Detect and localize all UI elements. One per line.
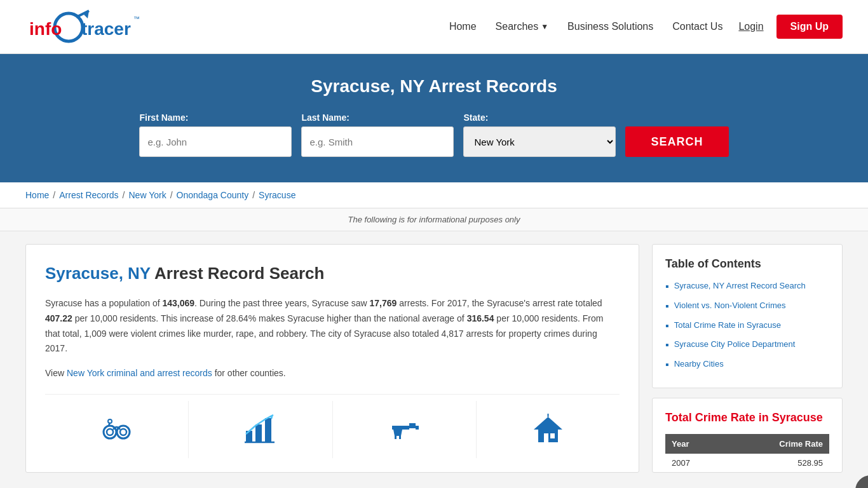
main-nav: Home Searches ▼ Business Solutions Conta… [446, 15, 843, 39]
ny-records-link[interactable]: New York criminal and arrest records [67, 368, 212, 378]
icon-cell-violent [333, 401, 477, 458]
svg-point-12 [108, 419, 112, 423]
svg-point-7 [107, 429, 113, 435]
breadcrumb: Home / Arrest Records / New York / Onond… [0, 182, 868, 208]
nav-login[interactable]: Login [738, 21, 763, 32]
svg-rect-23 [550, 433, 555, 438]
last-name-group: Last Name: [301, 112, 454, 157]
main-content: Syracuse, NY Arrest Record Search Syracu… [0, 231, 868, 485]
first-name-label: First Name: [139, 112, 292, 123]
gun-icon [385, 410, 423, 449]
hero-title: Syracuse, NY Arrest Records [25, 76, 843, 97]
toc-link[interactable]: Syracuse City Police Department [674, 339, 796, 350]
nav-searches[interactable]: Searches ▼ [492, 18, 552, 36]
toc-item: Nearby Cities [665, 358, 829, 372]
svg-point-9 [120, 429, 126, 435]
article-body: Syracuse has a population of 143,069. Du… [45, 296, 620, 356]
logo[interactable]: info tracer ™ [25, 8, 143, 45]
toc-heading: Table of Contents [665, 257, 829, 271]
state-group: State: AlabamaAlaskaArizonaArkansasCalif… [463, 112, 616, 157]
first-name-input[interactable] [139, 126, 292, 157]
article-link-paragraph: View New York criminal and arrest record… [45, 366, 620, 381]
crime-table-row: 2007528.95 [665, 454, 829, 472]
breadcrumb-home[interactable]: Home [25, 190, 49, 200]
state-label: State: [463, 112, 616, 123]
svg-rect-22 [544, 433, 548, 442]
city-link[interactable]: Syracuse, NY [45, 264, 151, 283]
first-name-group: First Name: [139, 112, 292, 157]
toc-link[interactable]: Violent vs. Non-Violent Crimes [674, 300, 786, 311]
svg-rect-18 [395, 436, 397, 439]
svg-marker-20 [534, 417, 562, 430]
toc-link[interactable]: Nearby Cities [674, 358, 724, 370]
nav-business-solutions[interactable]: Business Solutions [564, 18, 656, 36]
crime-rate-cell: 528.95 [724, 454, 829, 472]
svg-rect-14 [255, 424, 262, 442]
info-bar: The following is for informational purpo… [0, 208, 868, 231]
breadcrumb-separator: / [123, 190, 125, 200]
svg-rect-19 [399, 436, 401, 439]
nav-signup-button[interactable]: Sign Up [776, 15, 843, 39]
article-heading: Syracuse, NY Arrest Record Search [45, 264, 620, 283]
icon-cell-rate [189, 401, 332, 458]
breadcrumb-new-york[interactable]: New York [129, 190, 166, 200]
nav-contact-us[interactable]: Contact Us [669, 18, 726, 36]
icon-cell-property [477, 401, 620, 458]
chart-up-icon [241, 410, 280, 449]
site-header: info tracer ™ Home Searches ▼ Business S… [0, 0, 868, 54]
table-header-crime-rate: Crime Rate [724, 434, 829, 454]
handcuffs-icon [98, 410, 136, 449]
breadcrumb-separator: / [53, 190, 55, 200]
last-name-label: Last Name: [301, 112, 454, 123]
toc-list: Syracuse, NY Arrest Record SearchViolent… [665, 280, 829, 372]
crime-year-cell: 2007 [665, 454, 724, 472]
house-icon [529, 410, 567, 449]
nav-home[interactable]: Home [446, 18, 480, 36]
breadcrumb-syracuse[interactable]: Syracuse [259, 190, 295, 200]
svg-text:™: ™ [133, 15, 140, 22]
state-select[interactable]: AlabamaAlaskaArizonaArkansasCaliforniaCo… [463, 126, 616, 157]
breadcrumb-onondaga-county[interactable]: Onondaga County [177, 190, 249, 200]
toc-item: Syracuse, NY Arrest Record Search [665, 280, 829, 294]
breadcrumb-separator: / [170, 190, 173, 200]
crime-rate-box: Total Crime Rate in Syracuse Year Crime … [652, 398, 843, 473]
hero-banner: Syracuse, NY Arrest Records First Name: … [0, 54, 868, 182]
svg-text:tracer: tracer [81, 19, 131, 39]
crime-rate-heading: Total Crime Rate in Syracuse [665, 411, 829, 424]
last-name-input[interactable] [301, 126, 454, 157]
chevron-down-icon: ▼ [541, 22, 548, 31]
toc-item: Syracuse City Police Department [665, 339, 829, 352]
icon-grid [45, 394, 620, 458]
toc-item: Violent vs. Non-Violent Crimes [665, 300, 829, 313]
search-form: First Name: Last Name: State: AlabamaAla… [85, 112, 783, 157]
svg-rect-15 [265, 418, 271, 442]
table-header-year: Year [665, 434, 724, 454]
icon-cell-arrests [45, 401, 189, 458]
toc-link[interactable]: Total Crime Rate in Syracuse [674, 320, 781, 331]
search-button[interactable]: SEARCH [625, 126, 728, 157]
article-heading-rest: Arrest Record Search [151, 264, 325, 283]
breadcrumb-arrest-records[interactable]: Arrest Records [59, 190, 118, 200]
svg-text:info: info [29, 19, 62, 39]
toc-item: Total Crime Rate in Syracuse [665, 320, 829, 333]
crime-rate-table: Year Crime Rate 2007528.95 [665, 434, 829, 472]
sidebar: Table of Contents Syracuse, NY Arrest Re… [652, 244, 843, 473]
toc-link[interactable]: Syracuse, NY Arrest Record Search [674, 280, 806, 292]
breadcrumb-separator: / [252, 190, 255, 200]
table-of-contents: Table of Contents Syracuse, NY Arrest Re… [652, 244, 843, 388]
article: Syracuse, NY Arrest Record Search Syracu… [25, 244, 639, 473]
